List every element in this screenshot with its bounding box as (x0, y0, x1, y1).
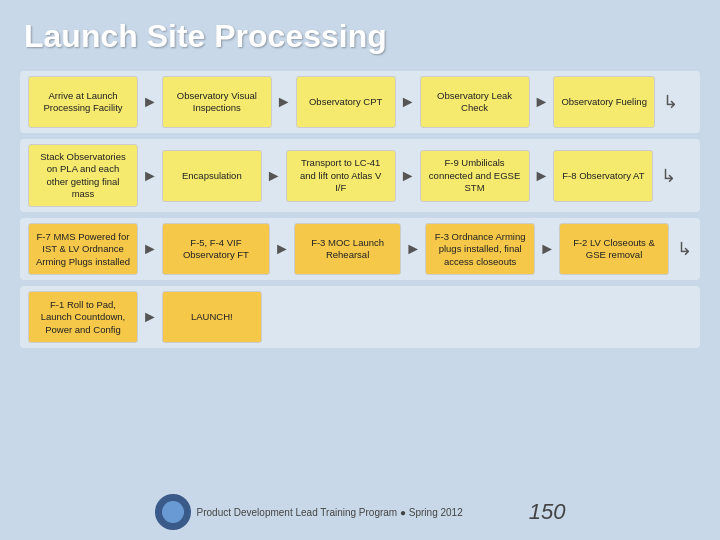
logo-circle (155, 494, 191, 530)
flow-container: Arrive at Launch Processing Facility ► O… (0, 65, 720, 348)
step-3-2: F-5, F-4 VIF Observatory FT (162, 223, 270, 275)
step-3-3: F-3 MOC Launch Rehearsal (294, 223, 401, 275)
step-3-5: F-2 LV Closeouts & GSE removal (559, 223, 669, 275)
step-1-2: Observatory Visual Inspections (162, 76, 272, 128)
step-4-2: LAUNCH! (162, 291, 262, 343)
step-2-3: Transport to LC-41 and lift onto Atlas V… (286, 150, 396, 202)
arrow-2-1: ► (142, 167, 158, 185)
row-band-2: Stack Observatories on PLA and each othe… (20, 139, 700, 212)
arrow-1-2: ► (276, 93, 292, 111)
step-2-4: F-9 Umbilicals connected and EGSE STM (420, 150, 530, 202)
step-1-1: Arrive at Launch Processing Facility (28, 76, 138, 128)
arrow-1-4: ► (534, 93, 550, 111)
arrow-4-1: ► (142, 308, 158, 326)
arrow-3-2: ► (274, 240, 290, 258)
row-band-3: F-7 MMS Powered for IST & LV Ordnance Ar… (20, 218, 700, 280)
row-band-4: F-1 Roll to Pad, Launch Countdown, Power… (20, 286, 700, 348)
step-2-1: Stack Observatories on PLA and each othe… (28, 144, 138, 207)
arrow-3-4: ► (539, 240, 555, 258)
step-1-5: Observatory Fueling (553, 76, 655, 128)
step-3-1: F-7 MMS Powered for IST & LV Ordnance Ar… (28, 223, 138, 275)
row-band-1: Arrive at Launch Processing Facility ► O… (20, 71, 700, 133)
arrow-3-3: ► (405, 240, 421, 258)
footer: Product Development Lead Training Progra… (0, 494, 720, 530)
step-2-5: F-8 Observatory AT (553, 150, 653, 202)
arrow-2-3: ► (400, 167, 416, 185)
step-1-3: Observatory CPT (296, 76, 396, 128)
step-3-4: F-3 Ordnance Arming plugs installed, fin… (425, 223, 535, 275)
arrow-1-3: ► (400, 93, 416, 111)
bend-arrow-1: ↳ (659, 91, 678, 113)
arrow-2-2: ► (266, 167, 282, 185)
footer-text: Product Development Lead Training Progra… (197, 507, 463, 518)
logo-inner (162, 501, 184, 523)
step-1-4: Observatory Leak Check (420, 76, 530, 128)
page-title: Launch Site Processing (0, 0, 720, 65)
arrow-1-1: ► (142, 93, 158, 111)
step-2-2: Encapsulation (162, 150, 262, 202)
arrow-2-4: ► (534, 167, 550, 185)
bend-arrow-2: ↳ (657, 165, 676, 187)
page-number: 150 (529, 499, 566, 525)
step-4-1: F-1 Roll to Pad, Launch Countdown, Power… (28, 291, 138, 343)
bend-arrow-3: ↳ (673, 238, 692, 260)
arrow-3-1: ► (142, 240, 158, 258)
